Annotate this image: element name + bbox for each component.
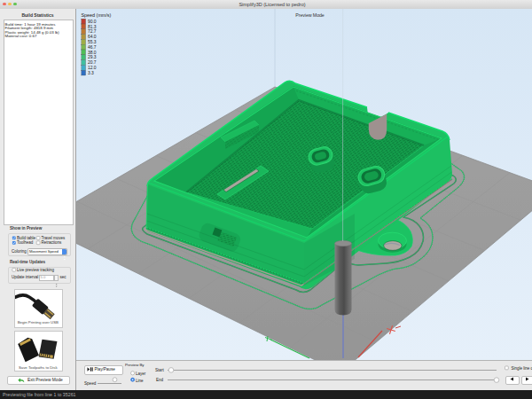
svg-text:Single line on: Single line on xyxy=(512,366,532,371)
svg-text:Retractions: Retractions xyxy=(42,240,63,245)
svg-text:Travel moves: Travel moves xyxy=(42,236,66,240)
svg-text:Build table: Build table xyxy=(17,236,36,240)
svg-text:55.3: 55.3 xyxy=(88,40,97,44)
svg-text:Save Toolpaths to Disk: Save Toolpaths to Disk xyxy=(19,365,58,370)
svg-text:sec: sec xyxy=(60,275,67,279)
svg-text:Previewing file from line 1 to: Previewing file from line 1 to 35261 xyxy=(3,392,76,397)
svg-text:Material cost: 0.67: Material cost: 0.67 xyxy=(5,34,37,38)
svg-text:46.7: 46.7 xyxy=(88,45,97,50)
svg-text:Update interval: Update interval xyxy=(12,275,38,279)
svg-text:Simplify3D (Licensed to pedro): Simplify3D (Licensed to pedro) xyxy=(239,2,305,7)
svg-text:Speed: Speed xyxy=(84,381,97,386)
svg-text:29.3: 29.3 xyxy=(88,55,97,59)
svg-text:Preview By: Preview By xyxy=(125,363,145,367)
svg-text:20.7: 20.7 xyxy=(88,60,97,65)
svg-text:Toolhead: Toolhead xyxy=(17,240,34,245)
svg-text:Movement Speed: Movement Speed xyxy=(29,249,59,254)
svg-text:Speed (mm/s): Speed (mm/s) xyxy=(82,12,112,18)
svg-text:64.0: 64.0 xyxy=(88,35,97,39)
svg-text:End: End xyxy=(156,378,164,382)
svg-text:Live preview tracking: Live preview tracking xyxy=(17,268,55,272)
svg-text:Real-time Updates: Real-time Updates xyxy=(10,260,46,264)
svg-text:72.7: 72.7 xyxy=(88,29,97,34)
svg-text:Coloring: Coloring xyxy=(12,249,27,254)
svg-text:Start: Start xyxy=(155,368,164,372)
svg-text:Play/Pause: Play/Pause xyxy=(95,367,116,372)
svg-text:Exit Preview Mode: Exit Preview Mode xyxy=(27,378,63,382)
svg-text:3.3: 3.3 xyxy=(88,71,94,75)
svg-text:Preview Mode: Preview Mode xyxy=(295,12,325,18)
svg-text:Line: Line xyxy=(136,379,144,383)
svg-text:5.0: 5.0 xyxy=(41,275,46,279)
svg-text:Build Statistics: Build Statistics xyxy=(21,12,53,18)
svg-text:81.3: 81.3 xyxy=(88,25,97,29)
svg-text:Layer: Layer xyxy=(136,372,146,376)
svg-text:90.0: 90.0 xyxy=(88,20,97,24)
svg-text:Begin Printing over USB: Begin Printing over USB xyxy=(18,320,59,325)
svg-text:Show in Preview: Show in Preview xyxy=(10,226,43,231)
svg-text:12.0: 12.0 xyxy=(88,66,97,70)
svg-text:38.0: 38.0 xyxy=(88,51,97,55)
